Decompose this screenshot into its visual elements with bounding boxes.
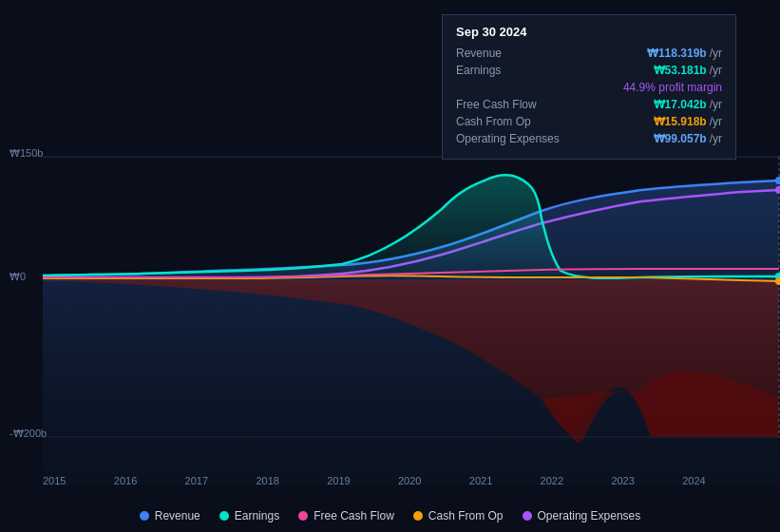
tooltip-revenue-label: Revenue (456, 47, 570, 60)
legend-fcf-label: Free Cash Flow (314, 509, 394, 522)
y-label-bottom: -₩200b (10, 428, 47, 440)
legend-revenue-dot (140, 511, 149, 521)
x-label-2021: 2021 (469, 475, 492, 486)
legend-earnings-dot (219, 511, 229, 521)
tooltip-cashfromop-value: ₩15.918b/yr (654, 115, 722, 128)
legend-earnings: Earnings (219, 509, 279, 522)
x-label-2019: 2019 (327, 475, 350, 486)
legend-cashfromop: Cash From Op (413, 509, 504, 522)
x-label-2022: 2022 (541, 475, 563, 486)
tooltip-revenue: Revenue ₩118.319b/yr (456, 47, 722, 60)
x-axis: 2015 2016 2017 2018 2019 2020 2021 2022 … (0, 475, 780, 486)
tooltip-opex-label: Operating Expenses (456, 132, 570, 145)
tooltip-opex: Operating Expenses ₩99.057b/yr (456, 132, 722, 145)
x-label-2024: 2024 (682, 475, 705, 486)
tooltip-earnings-value: ₩53.181b/yr (654, 64, 722, 77)
legend-fcf: Free Cash Flow (298, 509, 394, 522)
legend-opex: Operating Expenses (523, 509, 641, 522)
legend-cashfromop-dot (413, 511, 423, 521)
tooltip-cashfromop: Cash From Op ₩15.918b/yr (456, 115, 722, 128)
tooltip-margin: 44.9% profit margin (456, 81, 722, 94)
legend-cashfromop-label: Cash From Op (428, 509, 504, 522)
tooltip-earnings-label: Earnings (456, 64, 570, 77)
legend-revenue: Revenue (140, 509, 200, 522)
x-label-2017: 2017 (185, 475, 208, 486)
tooltip-fcf-label: Free Cash Flow (456, 98, 570, 111)
x-label-2016: 2016 (114, 475, 137, 486)
x-label-2018: 2018 (256, 475, 278, 486)
tooltip-earnings: Earnings ₩53.181b/yr (456, 64, 722, 77)
x-label-2020: 2020 (398, 475, 421, 486)
tooltip-fcf-value: ₩17.042b/yr (654, 98, 722, 111)
legend-earnings-label: Earnings (235, 509, 279, 522)
tooltip-fcf: Free Cash Flow ₩17.042b/yr (456, 98, 722, 111)
tooltip-opex-value: ₩99.057b/yr (654, 132, 722, 145)
x-label-2023: 2023 (611, 475, 634, 486)
legend-opex-label: Operating Expenses (538, 509, 641, 522)
legend-fcf-dot (298, 511, 308, 521)
tooltip-margin-value: 44.9% profit margin (623, 81, 722, 94)
chart-legend: Revenue Earnings Free Cash Flow Cash Fro… (0, 509, 780, 522)
x-label-2015: 2015 (43, 475, 66, 486)
tooltip-revenue-value: ₩118.319b/yr (647, 47, 722, 60)
tooltip-cashfromop-label: Cash From Op (456, 115, 570, 128)
y-label-mid: ₩0 (10, 271, 26, 283)
data-tooltip: Sep 30 2024 Revenue ₩118.319b/yr Earning… (442, 14, 736, 160)
tooltip-date: Sep 30 2024 (456, 25, 722, 39)
legend-revenue-label: Revenue (155, 509, 200, 522)
y-label-top: ₩150b (10, 147, 43, 160)
legend-opex-dot (523, 511, 532, 521)
